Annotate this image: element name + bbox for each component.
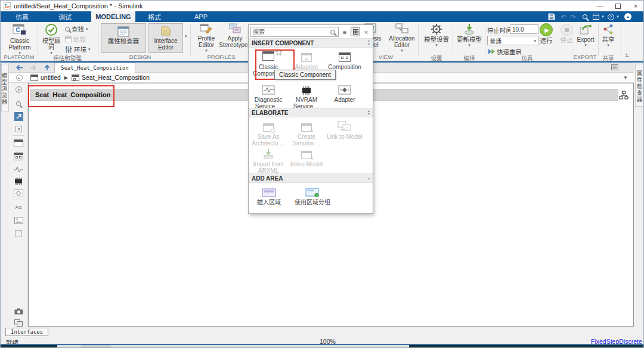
layout-icon[interactable] [591, 12, 600, 21]
run-icon: ▶ [540, 23, 553, 36]
diagnostic-service-item[interactable]: Diagnostic Service ... [249, 82, 287, 110]
model-browser-tab[interactable]: 模型浏览器 [1, 64, 9, 111]
redo-icon[interactable]: ↷ [569, 12, 577, 21]
model-settings-button[interactable]: 模型设置 ▾ [422, 23, 451, 47]
stop-button[interactable]: 停止 [558, 23, 575, 44]
property-inspector-side-tab[interactable]: 属性检查器 [635, 64, 644, 107]
collapse-section-icon[interactable]: ▾▾ [368, 40, 370, 46]
profile-editor-button[interactable]: Profile Editor ▾ [193, 23, 220, 52]
share-button[interactable]: 共享 ▾ [599, 23, 617, 47]
hide-browser-icon[interactable] [13, 84, 24, 95]
signal-tool-icon[interactable] [13, 164, 24, 175]
tab-apps[interactable]: APP [178, 11, 224, 22]
stop-icon [561, 24, 572, 36]
panel-search-input[interactable] [250, 27, 339, 37]
interfaces-tab[interactable]: Interfaces [5, 328, 48, 336]
maximize-button[interactable] [609, 1, 627, 11]
save-button[interactable] [546, 12, 557, 21]
run-button[interactable]: ▶ 运行 [536, 23, 556, 44]
list-view-icon[interactable]: ≡ [340, 27, 349, 36]
stop-time-input[interactable] [510, 24, 538, 34]
layout-dropdown-icon[interactable]: ▾ [600, 12, 605, 21]
tab-format[interactable]: 格式 [139, 11, 170, 22]
composition-tool-icon[interactable] [13, 151, 24, 161]
find-button[interactable]: 查找 ▾ [65, 24, 88, 33]
chip-tool-icon[interactable] [13, 176, 24, 187]
image-tool-icon[interactable] [13, 215, 24, 226]
update-model-button[interactable]: 更新模型 ▾ [455, 23, 484, 47]
forward-icon[interactable] [27, 64, 40, 71]
breadcrumb-current[interactable]: Seat_Heat_Composition [82, 74, 150, 81]
insert-area-item[interactable]: 插入区域 [249, 184, 289, 206]
insert-component-panel: ≡ × INSERT COMPONENT ▾▾ Classic Componen… [248, 24, 373, 214]
model-advisor-button[interactable]: 模型顾问 ▾ [40, 23, 63, 55]
fast-restart-icon [488, 49, 495, 54]
section-header-elaborate[interactable]: ELABORATE ▴▾ [249, 108, 373, 117]
allocation-editor-button[interactable]: Allocation Editor ▾ [387, 23, 417, 52]
inline-model-item[interactable]: + Inline Model [287, 146, 326, 174]
tab-simulation[interactable]: 仿真 [4, 11, 41, 22]
chevron-down-icon: ▾ [88, 47, 91, 51]
property-inspector-button[interactable]: 属性检查器 [101, 23, 146, 53]
adapter-tool-icon[interactable] [13, 188, 24, 198]
section-header-add-area[interactable]: ADD AREA ▴ [249, 173, 373, 183]
minimize-button[interactable]: — [591, 1, 609, 11]
group-label-export: EXPORT [572, 54, 598, 60]
ribbon-collapse-icon[interactable]: ▴ [623, 12, 633, 21]
create-simulink-item[interactable]: ↘ Create Simulini ... [287, 119, 326, 147]
compare-button[interactable]: 比较 [65, 35, 86, 44]
screenshot-icon[interactable] [13, 306, 24, 316]
group-by-area-item[interactable]: 使用区域分组 [289, 184, 336, 206]
model-tab[interactable]: Seat_Heat_Composition [54, 63, 135, 73]
interface-editor-button[interactable]: Interface Editor [148, 23, 183, 53]
close-icon[interactable]: × [362, 27, 370, 36]
link-to-model-item[interactable]: Link to Model [326, 119, 364, 147]
browser-toggle-icon[interactable]: ▸ [11, 74, 27, 81]
design-overflow-button[interactable]: ▾ [185, 34, 187, 38]
up-to-parent-icon[interactable] [40, 64, 54, 71]
component-tool-icon[interactable] [13, 138, 24, 148]
fit-to-view-icon[interactable] [13, 111, 24, 122]
import-from-arxml-icon [262, 146, 274, 159]
nvram-service-item[interactable]: NVRAM Service ... [287, 82, 326, 110]
collapse-section-icon[interactable]: ▴▾ [368, 110, 370, 116]
tab-debug[interactable]: 调试 [46, 11, 84, 22]
diagnostic-service-icon [262, 82, 275, 95]
zoom-icon[interactable] [13, 98, 24, 109]
apply-stereotypes-icon [228, 23, 242, 34]
area-tool-icon[interactable] [13, 228, 24, 239]
environment-button[interactable]: 环境 ▾ [65, 45, 91, 54]
classic-platform-button[interactable]: C Classic Platform ▾ [4, 23, 35, 55]
collapse-section-icon[interactable]: ▴ [368, 177, 370, 180]
hierarchy-icon[interactable] [619, 91, 628, 100]
annotation-tool-icon[interactable]: A≡ [13, 202, 24, 213]
breadcrumb-separator-icon: ▶ [64, 75, 68, 80]
undo-icon[interactable]: ↶ [559, 12, 568, 21]
section-header-insert-component[interactable]: INSERT COMPONENT ▾▾ [249, 38, 373, 48]
group-label-design: DESIGN [112, 54, 169, 60]
palette-toolbar: A≡ « [9, 83, 28, 327]
search-icon[interactable] [580, 12, 590, 21]
apply-stereotypes-button[interactable]: Apply Stereotypes [220, 23, 250, 48]
component-row: Diagnostic Service ... NVRAM Service ...… [249, 82, 373, 110]
select-region-icon[interactable] [13, 123, 24, 134]
grid-view-icon[interactable] [351, 27, 360, 36]
export-button[interactable]: Export ▾ [574, 23, 597, 47]
breadcrumb-root[interactable]: untitled [41, 74, 61, 81]
adapter-item[interactable]: Adapter [326, 82, 364, 110]
tab-modeling[interactable]: MODELING [91, 11, 135, 22]
classic-component-tooltip: Classic Component [274, 70, 336, 80]
panel-list-icon[interactable] [611, 64, 618, 70]
property-inspector-icon [117, 26, 129, 37]
breadcrumb-dropdown-icon[interactable]: ▼ [623, 75, 628, 80]
save-as-architecture-item[interactable]: Save As Architectu ... [249, 119, 287, 147]
close-button[interactable]: × [627, 1, 644, 11]
back-icon[interactable] [11, 64, 27, 71]
ribbon-minimize-icon[interactable]: ▴▔ [626, 52, 628, 61]
help-dropdown-icon[interactable]: ▾ [615, 12, 620, 21]
import-from-arxml-item[interactable]: Import from ARXML [249, 146, 287, 174]
ribbon-tab-bar: 仿真 调试 MODELING 格式 APP ↶ ↷ ▾ ? ▾ ▴ [1, 11, 644, 22]
help-icon[interactable]: ? [606, 12, 615, 21]
model-root-icon [30, 74, 38, 81]
simulation-mode-select[interactable]: 普通▾ [487, 36, 538, 45]
